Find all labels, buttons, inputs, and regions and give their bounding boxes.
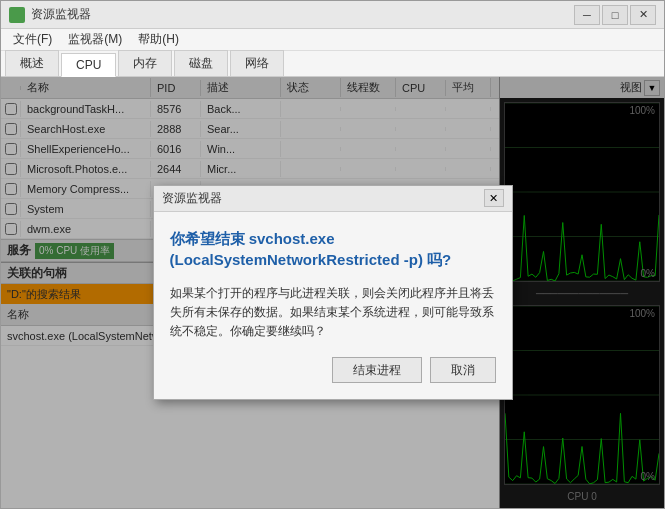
tab-overview[interactable]: 概述 [5, 50, 59, 76]
window-title: 资源监视器 [31, 6, 574, 23]
menu-monitor[interactable]: 监视器(M) [60, 29, 130, 50]
dialog-main-text: 你希望结束 svchost.exe(LocalSystemNetworkRest… [170, 228, 496, 270]
dialog-buttons: 结束进程 取消 [170, 357, 496, 383]
tab-memory[interactable]: 内存 [118, 50, 172, 76]
dialog-sub-text: 如果某个打开的程序与此进程关联，则会关闭此程序并且将丢失所有未保存的数据。如果结… [170, 284, 496, 342]
tab-disk[interactable]: 磁盘 [174, 50, 228, 76]
title-bar: 资源监视器 ─ □ ✕ [1, 1, 664, 29]
confirm-end-process-button[interactable]: 结束进程 [332, 357, 422, 383]
app-icon [9, 7, 25, 23]
dialog-body: 你希望结束 svchost.exe(LocalSystemNetworkRest… [154, 212, 512, 400]
tab-cpu[interactable]: CPU [61, 53, 116, 77]
tab-network[interactable]: 网络 [230, 50, 284, 76]
menu-bar: 文件(F) 监视器(M) 帮助(H) [1, 29, 664, 51]
confirm-dialog: 资源监视器 ✕ 你希望结束 svchost.exe(LocalSystemNet… [153, 185, 513, 401]
menu-file[interactable]: 文件(F) [5, 29, 60, 50]
dialog-title-bar: 资源监视器 ✕ [154, 186, 512, 212]
dialog-overlay: 资源监视器 ✕ 你希望结束 svchost.exe(LocalSystemNet… [1, 77, 664, 508]
minimize-button[interactable]: ─ [574, 5, 600, 25]
main-window: 资源监视器 ─ □ ✕ 文件(F) 监视器(M) 帮助(H) 概述 CPU 内存… [0, 0, 665, 509]
maximize-button[interactable]: □ [602, 5, 628, 25]
tab-bar: 概述 CPU 内存 磁盘 网络 [1, 51, 664, 77]
window-controls: ─ □ ✕ [574, 5, 656, 25]
dialog-title: 资源监视器 [162, 190, 484, 207]
content-area: 名称 PID 描述 状态 线程数 CPU 平均 backgroundTaskH.… [1, 77, 664, 508]
dialog-close-button[interactable]: ✕ [484, 189, 504, 207]
close-button[interactable]: ✕ [630, 5, 656, 25]
cancel-button[interactable]: 取消 [430, 357, 496, 383]
menu-help[interactable]: 帮助(H) [130, 29, 187, 50]
